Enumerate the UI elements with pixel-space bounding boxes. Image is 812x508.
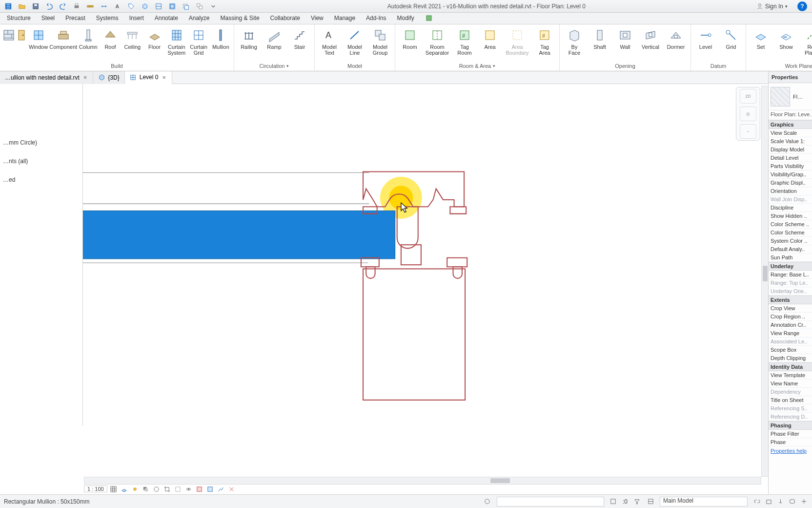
prop-row[interactable]: View Template [769, 371, 812, 380]
ribbon-tab-insert[interactable]: Insert [124, 13, 149, 24]
design-option-icon[interactable] [646, 498, 655, 506]
model-line-button[interactable]: Model Line [342, 26, 367, 57]
prop-group[interactable]: Phasing [769, 421, 812, 430]
prop-group[interactable]: Graphics [769, 120, 812, 129]
open-icon[interactable] [17, 1, 27, 12]
steering-wheel-icon[interactable]: ◎ [740, 106, 756, 121]
print-icon[interactable] [71, 1, 82, 12]
prop-row[interactable]: Wall Join Disp.. [769, 195, 812, 204]
save-icon[interactable] [30, 1, 41, 12]
prop-row[interactable]: Sun Path [769, 254, 812, 262]
ribbon-tab-view[interactable]: View [306, 13, 328, 24]
mullion-button[interactable]: Mullion [210, 26, 232, 51]
roof-button[interactable]: Roof [99, 26, 121, 51]
prop-row[interactable]: Referencing S.. [769, 404, 812, 413]
show-workplane-button[interactable]: Show [773, 26, 799, 51]
browser-node[interactable]: …ed [0, 175, 82, 185]
model-text-button[interactable]: AModel Text [317, 26, 342, 57]
prop-row[interactable]: Color Scheme .. [769, 220, 812, 229]
room-button[interactable]: Room [397, 26, 423, 51]
curtain-system-button[interactable]: Curtain System [165, 26, 187, 57]
ref-plane-button[interactable]: Ref Plane [799, 26, 812, 57]
prop-row[interactable]: Range: Base L.. [769, 271, 812, 279]
tag-icon[interactable] [126, 1, 137, 12]
canvas-horizontal-scrollbar[interactable] [84, 477, 761, 485]
thin-lines-icon[interactable] [167, 1, 178, 12]
navigation-widget[interactable]: 2D ◎ – [736, 87, 760, 141]
design-option-selector[interactable]: Main Model [660, 497, 748, 507]
redo-icon[interactable] [58, 1, 68, 12]
prop-row[interactable]: Referencing D.. [769, 413, 812, 421]
section-icon[interactable] [153, 1, 164, 12]
switch-windows-icon[interactable] [194, 1, 205, 12]
prop-row[interactable]: Graphic Displ.. [769, 179, 812, 187]
prop-row[interactable]: Show Hidden .. [769, 212, 812, 220]
crop-icon[interactable] [163, 485, 172, 493]
ribbon-tab-analyze[interactable]: Analyze [184, 13, 215, 24]
prop-row[interactable]: Visibility/Grap.. [769, 170, 812, 179]
prop-row[interactable]: Discipline [769, 204, 812, 212]
prop-row[interactable]: View Name [769, 380, 812, 388]
ribbon-tab-steel[interactable]: Steel [37, 13, 60, 24]
sign-in-button[interactable]: Sign In ▾ [756, 3, 788, 10]
help-icon[interactable]: ? [797, 1, 807, 11]
prop-group[interactable]: Underlay [769, 262, 812, 271]
ribbon-tab-addins[interactable]: Add-Ins [361, 13, 391, 24]
shadows-icon[interactable] [142, 485, 150, 493]
properties-header[interactable]: Properties [769, 71, 812, 83]
crop-visible-icon[interactable] [174, 485, 183, 493]
select-links-icon[interactable] [752, 498, 761, 506]
close-tab-icon[interactable]: × [161, 74, 167, 81]
measure-icon[interactable] [85, 1, 96, 12]
text-icon[interactable]: A [112, 1, 123, 12]
drag-elements-icon[interactable] [799, 498, 808, 506]
prop-row[interactable]: Underlay Orie.. [769, 287, 812, 296]
filter-icon[interactable] [632, 498, 641, 506]
prop-row[interactable]: Orientation [769, 187, 812, 195]
qat-customize-icon[interactable] [208, 1, 219, 12]
view-tab-3d[interactable]: {3D} [93, 71, 124, 84]
by-face-button[interactable]: By Face [562, 26, 587, 57]
app-menu-button[interactable] [3, 1, 14, 12]
area-button[interactable]: Area [477, 26, 503, 51]
tag-area-button[interactable]: #Tag Area [532, 26, 557, 57]
prop-row[interactable]: Parts Visibility [769, 162, 812, 170]
component-button[interactable]: Component [49, 26, 77, 51]
reveal-constraints-icon[interactable] [227, 485, 236, 493]
prop-row[interactable]: Associated Le.. [769, 338, 812, 346]
detail-level-icon[interactable] [109, 485, 118, 493]
prop-row[interactable]: Depth Clipping [769, 354, 812, 362]
view-tab-level0[interactable]: Level 0 × [125, 71, 172, 84]
workset-selector[interactable] [497, 497, 604, 507]
railing-button[interactable]: Railing [236, 26, 262, 51]
close-tab-icon[interactable]: × [82, 74, 88, 81]
select-underlay-icon[interactable] [764, 498, 773, 506]
prop-group[interactable]: Extents [769, 296, 812, 304]
ribbon-tab-manage[interactable]: Manage [329, 13, 360, 24]
prop-row[interactable]: Display Model [769, 146, 812, 154]
type-selector[interactable]: Fl… [769, 83, 812, 110]
ribbon-tab-precast[interactable]: Precast [61, 13, 90, 24]
curtain-grid-button[interactable]: Curtain Grid [187, 26, 209, 57]
prop-row[interactable]: Crop View [769, 304, 812, 313]
dormer-button[interactable]: Dormer [663, 26, 689, 51]
vertical-opening-button[interactable]: Vertical [638, 26, 663, 51]
select-pinned-icon[interactable] [776, 498, 785, 506]
room-separator-button[interactable]: Room Separator [423, 26, 452, 57]
stair-button[interactable]: Stair [287, 26, 312, 51]
browser-node[interactable]: …nts (all) [0, 156, 82, 166]
editable-only-icon[interactable] [609, 498, 618, 506]
view-cube-2d[interactable]: 2D [740, 89, 756, 104]
ribbon-tab-systems[interactable]: Systems [91, 13, 123, 24]
analytical-icon[interactable] [217, 485, 225, 493]
visual-style-icon[interactable] [120, 485, 129, 493]
properties-help-link[interactable]: Properties help [771, 448, 807, 454]
default-3d-icon[interactable] [140, 1, 150, 12]
floor-button[interactable]: Floor [143, 26, 165, 51]
ribbon-tab-annotate[interactable]: Annotate [150, 13, 183, 24]
ribbon-tab-structure[interactable]: Structure [2, 13, 36, 24]
model-group-button[interactable]: Model Group [367, 26, 393, 57]
prop-row[interactable]: Crop Region .. [769, 313, 812, 321]
workset-icon[interactable] [483, 498, 492, 506]
prop-row[interactable]: Scale Value 1: [769, 137, 812, 146]
